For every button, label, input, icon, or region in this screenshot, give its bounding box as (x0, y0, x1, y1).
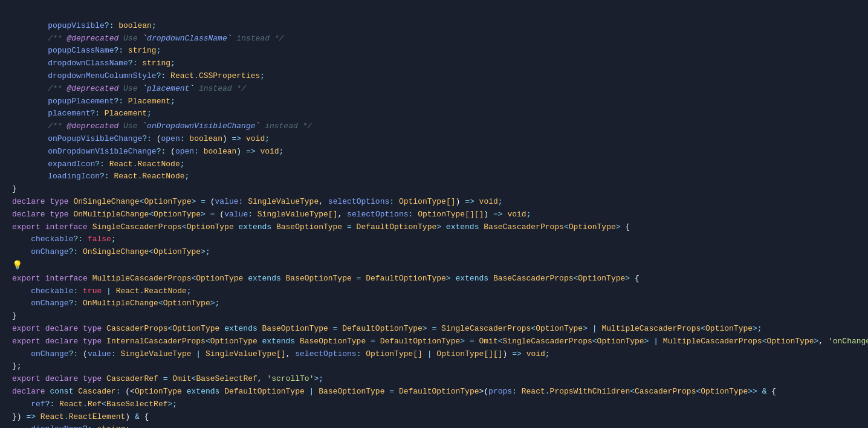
code-editor: popupVisible?: boolean; /** @deprecated … (0, 0, 868, 428)
code-content: popupVisible?: boolean; /** @deprecated … (0, 5, 868, 428)
